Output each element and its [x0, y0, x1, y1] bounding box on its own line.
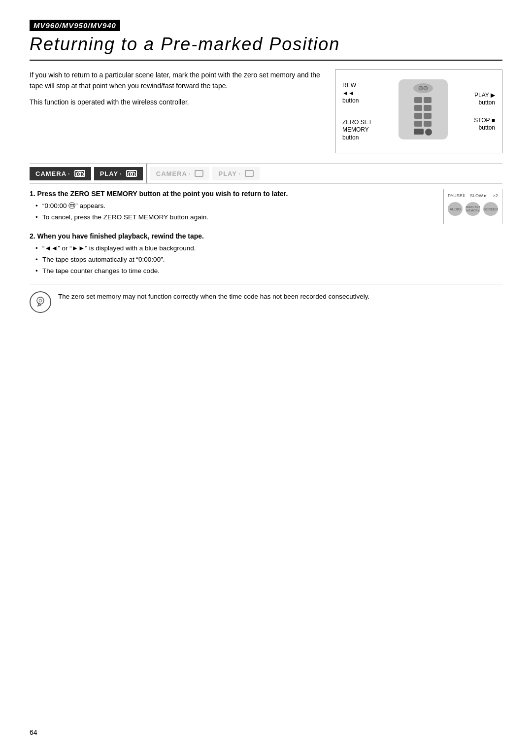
- step2-bullet3: The tape counter changes to time code.: [35, 266, 502, 276]
- remote-diagram: REW ◄◄ button ZERO SET MEMORY button: [335, 69, 502, 153]
- step2-bullet2: The tape stops automatically at “0:00:00…: [35, 255, 502, 265]
- page-title: Returning to a Pre-marked Position: [30, 34, 502, 61]
- rew-label: REW ◄◄ button: [342, 82, 372, 105]
- page-number: 64: [30, 728, 37, 736]
- camera-card-badge: CAMERA ·: [150, 167, 210, 180]
- zero-set-label: ZERO SET MEMORY button: [342, 119, 372, 142]
- play-tape-badge: PLAY ·: [94, 167, 143, 180]
- step1-bullet1: “0:00:00 ⓜ” appears.: [35, 201, 433, 211]
- step2-bullet1: “◄◄” or “►►” is displayed with a blue ba…: [35, 243, 502, 253]
- stop-label: STOP ■ button: [474, 117, 495, 132]
- intro-para2: This function is operated with the wirel…: [30, 97, 320, 107]
- note-section: The zero set memory may not function cor…: [30, 284, 502, 313]
- step-1: 1. Press the ZERO SET MEMORY button at t…: [30, 189, 502, 224]
- step1-bullets: “0:00:00 ⓜ” appears. To cancel, press th…: [30, 201, 433, 223]
- play-label: PLAY ▶ button: [474, 92, 495, 107]
- mode-divider: [146, 164, 147, 183]
- play-card-badge: PLAY ·: [212, 167, 259, 180]
- step2-bullets: “◄◄” or “►►” is displayed with a blue ba…: [30, 243, 502, 276]
- intro-text: If you wish to return to a particular sc…: [30, 69, 320, 153]
- step2-title: 2. When you have finished playback, rewi…: [30, 231, 204, 241]
- remote-body: [399, 79, 448, 139]
- intro-para1: If you wish to return to a particular sc…: [30, 69, 320, 92]
- camera-tape-badge: CAMERA ·: [30, 167, 91, 180]
- svg-point-0: [419, 86, 423, 90]
- steps-section: 1. Press the ZERO SET MEMORY button at t…: [30, 189, 502, 276]
- step1-title: 1. Press the ZERO SET MEMORY button at t…: [30, 189, 288, 199]
- mode-badges-row: CAMERA · PLAY · CAMERA · PLAY ·: [30, 163, 502, 184]
- small-remote-diagram: PAUSEⅡ SLOW► ×2 AUDIO ZERO SET MEMORY SC…: [443, 189, 502, 224]
- note-icon: [30, 291, 51, 313]
- step-2: 2. When you have finished playback, rewi…: [30, 231, 502, 276]
- model-badge: MV960/MV950/MV940: [30, 20, 120, 31]
- step1-bullet2: To cancel, press the ZERO SET MEMORY but…: [35, 212, 433, 222]
- svg-point-1: [424, 86, 428, 90]
- note-text: The zero set memory may not function cor…: [58, 291, 369, 302]
